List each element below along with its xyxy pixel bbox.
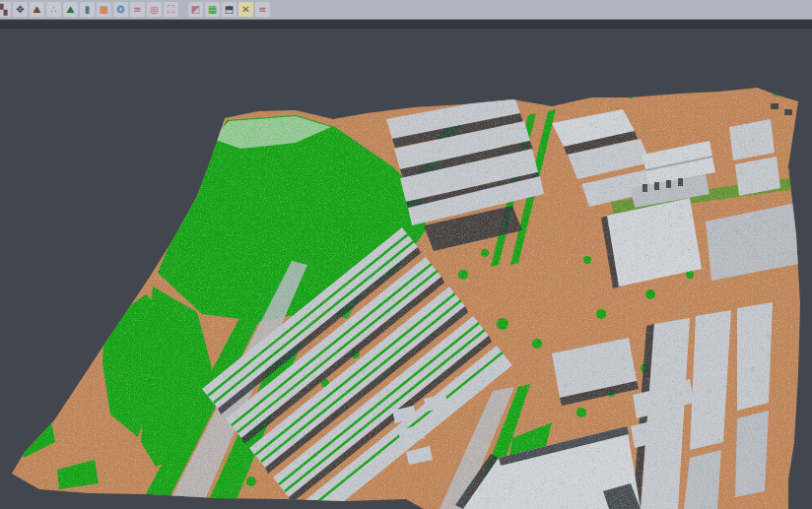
terrain-brown-icon[interactable]: ⛰ <box>30 2 44 17</box>
zoom-extent-icon[interactable]: ⛶ <box>164 2 178 17</box>
circle-select-icon[interactable]: ◎ <box>147 2 162 17</box>
main-toolbar: ▚✥⛰∴⛰▮■❂≡◎⛶◩▦⬒✕≡ <box>0 0 812 20</box>
snapshot-icon[interactable]: ⬒ <box>222 2 237 17</box>
texture-map-icon[interactable]: ▚ <box>0 2 11 17</box>
section-stack-icon[interactable]: ≡ <box>130 2 145 17</box>
ortho-ground-icon[interactable]: ■ <box>97 2 111 17</box>
delete-selection-icon[interactable]: ✕ <box>238 2 253 17</box>
toolbar-shadow-strip <box>0 20 812 29</box>
measure-ruler-icon[interactable]: ≡ <box>255 2 270 17</box>
align-points-icon[interactable]: ✥ <box>13 2 28 17</box>
profile-view-icon[interactable]: ▮ <box>80 2 95 17</box>
terrain-green-icon[interactable]: ⛰ <box>63 2 78 17</box>
noise-overlay <box>0 29 812 509</box>
application-window: ▚✥⛰∴⛰▮■❂≡◎⛶◩▦⬒✕≡ <box>0 0 812 509</box>
3d-viewport[interactable] <box>0 29 812 509</box>
point-cloud-render <box>0 29 812 509</box>
sparse-points-icon[interactable]: ∴ <box>46 2 61 17</box>
globe-3d-icon[interactable]: ❂ <box>113 2 128 17</box>
classification-icon[interactable]: ▦ <box>205 2 220 17</box>
clip-box-icon[interactable]: ◩ <box>188 2 203 17</box>
